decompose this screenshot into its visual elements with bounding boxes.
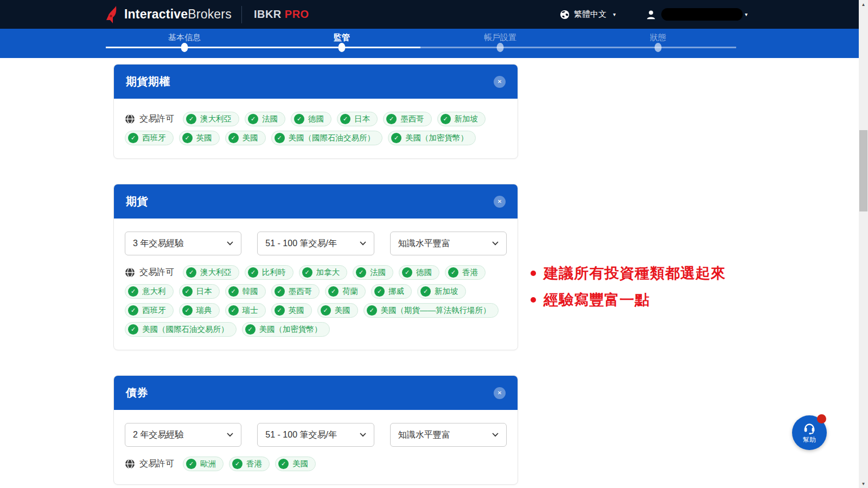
permission-tag[interactable]: ✓美國（加密貨幣） [242,322,330,337]
knowledge-level-select[interactable]: 知識水平豐富 [390,232,507,255]
permission-tag[interactable]: ✓美國（國際石油交易所） [125,322,237,337]
trading-permission-label: 交易許可 [125,458,174,470]
permission-tag[interactable]: ✓新加坡 [437,112,486,126]
card-header: 期貨✕ [114,184,518,219]
plan-pro: PRO [285,8,309,20]
permission-tag[interactable]: ✓韓國 [225,284,266,299]
ib-flame-icon [106,6,120,23]
selects-row: 2 年交易經驗51 - 100 筆交易/年知識水平豐富 [125,423,507,447]
chevron-down-icon [492,241,499,246]
progress-step-4[interactable]: 狀態 [650,33,666,43]
permission-tag[interactable]: ✓美國（國際石油交易所） [271,131,383,145]
tag-label: 西班牙 [142,133,166,143]
progress-step-3[interactable]: 帳戶設置 [484,33,516,43]
help-label: 幫助 [803,435,816,445]
tag-label: 日本 [354,114,370,124]
permission-tag[interactable]: ✓意大利 [125,284,174,299]
language-selector[interactable]: 繁體中文 ▾ [560,9,616,20]
permission-tag[interactable]: ✓美國（加密貨幣） [388,131,476,145]
permission-tag[interactable]: ✓加拿大 [299,265,348,280]
trades-per-year-select[interactable]: 51 - 100 筆交易/年 [257,232,374,255]
permission-tag[interactable]: ✓荷蘭 [325,284,366,299]
permission-tag[interactable]: ✓德國 [291,112,331,126]
permissions-row: 交易許可✓歐洲✓香港✓美國 [125,457,507,471]
tag-label: 美國（國際石油交易所） [289,133,375,143]
card-債券: 債券✕2 年交易經驗51 - 100 筆交易/年知識水平豐富交易許可✓歐洲✓香港… [113,375,518,485]
permission-tag[interactable]: ✓澳大利亞 [183,265,239,280]
permission-tag[interactable]: ✓日本 [337,112,378,126]
remove-card-button[interactable]: ✕ [494,387,506,399]
check-icon: ✓ [321,305,331,316]
permission-tag[interactable]: ✓英國 [271,303,312,318]
check-icon: ✓ [245,324,256,335]
card-期貨: 期貨✕3 年交易經驗51 - 100 筆交易/年知識水平豐富交易許可✓澳大利亞✓… [113,184,518,350]
permission-tag[interactable]: ✓西班牙 [125,303,174,318]
tag-label: 比利時 [262,267,286,278]
check-icon: ✓ [367,305,377,316]
permission-tag[interactable]: ✓香港 [445,265,486,280]
check-icon: ✓ [302,267,312,278]
permission-tag[interactable]: ✓歐洲 [183,457,224,471]
permission-tag[interactable]: ✓日本 [179,284,220,299]
permission-tag[interactable]: ✓西班牙 [125,131,174,145]
tag-label: 意大利 [142,286,166,297]
permission-tag[interactable]: ✓美國 [317,303,358,318]
experience-select[interactable]: 2 年交易經驗 [125,423,241,447]
tag-label: 美國（加密貨幣） [259,324,322,335]
permission-tag[interactable]: ✓美國 [275,457,316,471]
scroll-up-arrow[interactable]: ▲ [859,0,868,9]
permission-tag[interactable]: ✓澳大利亞 [183,112,239,126]
trades-per-year-select[interactable]: 51 - 100 筆交易/年 [257,423,374,447]
permission-tag[interactable]: ✓英國 [179,131,220,145]
vertical-scrollbar[interactable]: ▲ ▼ [859,0,868,488]
permission-tag[interactable]: ✓香港 [229,457,270,471]
check-icon: ✓ [294,114,304,124]
scroll-down-arrow[interactable]: ▼ [859,479,868,488]
permission-tag[interactable]: ✓墨西哥 [383,112,432,126]
chevron-down-icon [360,241,366,246]
permission-tag[interactable]: ✓瑞典 [179,303,220,318]
permission-tag[interactable]: ✓比利時 [245,265,293,280]
check-icon: ✓ [186,459,196,469]
tag-label: 美國 [335,305,350,316]
permission-tag[interactable]: ✓法國 [353,265,393,280]
permissions-row: 交易許可✓澳大利亞✓法國✓德國✓日本✓墨西哥✓新加坡✓西班牙✓英國✓美國✓美國（… [125,112,507,145]
knowledge-level-select[interactable]: 知識水平豐富 [390,423,507,447]
bullet-icon [531,271,536,276]
card-body: 交易許可✓澳大利亞✓法國✓德國✓日本✓墨西哥✓新加坡✓西班牙✓英國✓美國✓美國（… [114,99,518,158]
tag-label: 澳大利亞 [200,267,232,278]
card-body: 2 年交易經驗51 - 100 筆交易/年知識水平豐富交易許可✓歐洲✓香港✓美國 [114,410,518,484]
check-icon: ✓ [128,305,138,316]
tag-label: 美國 [242,133,258,143]
permission-tag[interactable]: ✓瑞士 [225,303,266,318]
remove-card-button[interactable]: ✕ [494,196,506,208]
progress-step-1[interactable]: 基本信息 [168,33,201,43]
tag-label: 加拿大 [316,267,340,278]
progress-step-2[interactable]: 監管 [334,33,350,43]
permission-tag[interactable]: ✓新加坡 [417,284,466,299]
permission-tag[interactable]: ✓法國 [245,112,285,126]
progress-line-done [106,47,420,48]
scrollbar-thumb[interactable] [859,130,867,211]
globe-icon [125,459,135,469]
permission-tag[interactable]: ✓德國 [399,265,439,280]
user-menu[interactable]: ▾ [645,8,748,21]
tag-label: 墨西哥 [400,114,424,124]
experience-select[interactable]: 3 年交易經驗 [125,232,241,255]
card-期貨期權: 期貨期權✕交易許可✓澳大利亞✓法國✓德國✓日本✓墨西哥✓新加坡✓西班牙✓英國✓美… [113,64,518,159]
brand-part2: Brokers [188,7,232,21]
tag-label: 法國 [370,267,386,278]
notification-dot [817,414,826,423]
check-icon: ✓ [448,267,458,278]
language-label: 繁體中文 [574,9,607,20]
permission-tag[interactable]: ✓美國（期貨——算法執行場所） [363,303,499,318]
tag-label: 墨西哥 [289,286,312,297]
chevron-down-icon [227,241,233,246]
permission-tag[interactable]: ✓美國 [225,131,266,145]
permission-tag[interactable]: ✓挪威 [371,284,412,299]
plan-ibkr: IBKR [254,8,282,20]
select-value: 知識水平豐富 [398,238,450,249]
remove-card-button[interactable]: ✕ [494,76,506,88]
check-icon: ✓ [275,286,285,297]
permission-tag[interactable]: ✓墨西哥 [271,284,320,299]
